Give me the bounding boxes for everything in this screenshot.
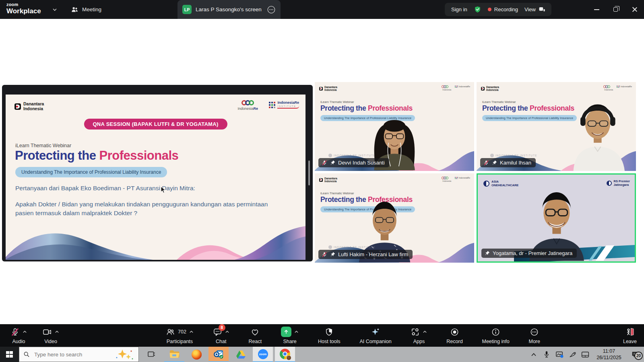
sign-in-button[interactable]: Sign in	[451, 6, 467, 12]
view-layout-icon	[539, 6, 545, 12]
tab-shared-screen-label: Laras P Sasongko's screen	[196, 6, 263, 12]
meeting-info-button[interactable]: Meeting info	[482, 327, 510, 344]
leave-door-icon	[625, 327, 635, 337]
tray-photos-icon[interactable]	[553, 347, 566, 362]
participants-chevron-icon[interactable]	[189, 330, 194, 333]
participant-name-pill: Devvi Indah Susanti	[318, 158, 389, 167]
video-tile-kamilul[interactable]: DanantaraIndonesia Indonesia IndonesiaRe…	[477, 82, 636, 171]
participants-label: Participants	[167, 339, 193, 344]
qna-session-banner: QNA SESSION (BAPAK LUTFI & DR YOGATAMA)	[84, 119, 227, 130]
shared-screen-scrollbar[interactable]	[308, 160, 310, 185]
danantara-logo: DanantaraIndonesia	[481, 86, 499, 91]
recording-label: Recording	[494, 6, 518, 12]
chat-button[interactable]: 8 Chat	[213, 327, 229, 344]
taskbar-search[interactable]	[19, 347, 139, 362]
leave-label: Leave	[623, 339, 637, 344]
participant-name-pill: Yogatama, dr - Premier Jatinegara	[481, 249, 577, 258]
chrome-button[interactable]	[275, 347, 295, 362]
indonesiare-text1: Indonesia	[237, 107, 253, 111]
clock-date: 26/11/2025	[592, 354, 626, 361]
heart-react-icon	[250, 327, 260, 337]
security-shield-icon[interactable]	[474, 6, 481, 13]
indonesiare-logo: IndonesiaRe	[237, 100, 258, 111]
record-button[interactable]: Record	[446, 327, 462, 344]
host-tools-button[interactable]: Host tools	[318, 327, 341, 344]
workspace-chevron-down-icon[interactable]	[52, 7, 57, 12]
tray-microphone-icon[interactable]	[540, 347, 553, 362]
start-button[interactable]	[0, 347, 19, 362]
record-icon	[450, 327, 459, 337]
slide-question: Pertanyaan dari Bapak Eko Boediman - PT …	[15, 184, 281, 218]
tab-meeting[interactable]: Meeting	[71, 0, 101, 19]
indonesiare-watermark: INDONESIA RE INSTITUTE	[328, 245, 376, 249]
view-button[interactable]: View	[524, 6, 545, 12]
google-drive-button[interactable]	[231, 347, 251, 362]
outlook-button[interactable]	[208, 347, 229, 362]
meeting-people-icon	[71, 6, 78, 13]
slide-title-part2: Professionals	[99, 148, 179, 162]
windows-taskbar: zoom	[0, 347, 644, 362]
audio-button[interactable]: Audio	[10, 327, 27, 344]
participant-name: Devvi Indah Susanti	[338, 160, 385, 166]
minimize-button[interactable]	[587, 0, 606, 19]
rs-premier-logo-icon	[607, 181, 612, 186]
slide-title: Protecting the Professionals	[15, 148, 178, 163]
meeting-info-label: Meeting info	[482, 339, 510, 344]
muted-mic-icon	[322, 160, 327, 166]
tray-show-hidden-icons-button[interactable]	[527, 347, 540, 362]
video-tile-lufti[interactable]: DanantaraIndonesia Indonesia IndonesiaRe…	[315, 173, 474, 263]
slide-kicker: iLearn Thematic Webinar	[15, 143, 71, 148]
recording-indicator[interactable]: Recording	[488, 6, 518, 12]
tab-shared-screen[interactable]: LP Laras P Sasongko's screen	[178, 0, 281, 19]
video-button[interactable]: Video	[42, 327, 59, 344]
question-intro: Pertanyaan dari Bapak Eko Boediman - PT …	[15, 184, 281, 193]
participant-name-pill: Lufti Hakim - Herzani Law firm	[318, 250, 413, 259]
tray-touchpad-icon[interactable]	[579, 347, 592, 362]
share-button[interactable]: Share	[281, 327, 299, 344]
tab-options-ellipsis-icon[interactable]	[267, 5, 276, 14]
apps-chevron-icon[interactable]	[423, 330, 427, 333]
action-center-button[interactable]: 20	[626, 347, 644, 362]
tray-pen-icon[interactable]	[566, 347, 579, 362]
more-button[interactable]: More	[528, 327, 540, 344]
ai-companion-label: AI Companion	[359, 339, 391, 344]
host-tools-label: Host tools	[318, 339, 341, 344]
video-tile-devvi[interactable]: DanantaraIndonesia Indonesia IndonesiaRe…	[315, 82, 474, 171]
close-button[interactable]	[625, 0, 644, 19]
ai-companion-button[interactable]: AI Companion	[359, 327, 391, 344]
danantara-logo-icon	[14, 103, 21, 110]
participants-count: 702	[178, 329, 186, 335]
share-chevron-icon[interactable]	[294, 330, 299, 333]
asia-onehealthcare-text2: ONEHEALTHCARE	[491, 184, 518, 187]
presentation-slide: Danantara Indonesia IndonesiaRe Indonesi…	[6, 95, 305, 260]
audio-options-chevron-icon[interactable]	[23, 330, 27, 333]
file-explorer-icon	[169, 350, 180, 358]
search-input[interactable]	[33, 351, 102, 358]
apps-button[interactable]: Apps	[411, 327, 427, 344]
zoom-app-button[interactable]: zoom	[253, 347, 273, 362]
video-tile-yogatama-active-speaker[interactable]: ASIA ONEHEALTHCARE RS Premier Jatinegara	[477, 173, 636, 263]
tab-initials-badge: LP	[182, 5, 192, 14]
firefox-button[interactable]	[186, 347, 206, 362]
apps-icon	[411, 327, 420, 337]
share-screen-icon	[281, 327, 291, 337]
taskbar-clock[interactable]: 11:07 26/11/2025	[592, 348, 626, 361]
search-highlights-sparkle-icon[interactable]	[115, 349, 134, 360]
zoom-meeting-window: zoom Workplace Meeting LP Laras P Sasong…	[0, 0, 644, 362]
indonesiare-logos: Indonesia IndonesiaRe	[604, 85, 632, 91]
react-button[interactable]: React	[249, 327, 262, 344]
indonesiare-rings-icon	[237, 100, 258, 105]
video-options-chevron-icon[interactable]	[55, 330, 59, 333]
task-view-button[interactable]	[142, 347, 162, 362]
zoom-app-icon: zoom	[258, 349, 268, 359]
more-ellipsis-icon	[530, 327, 539, 337]
asia-onehealthcare-logo: ASIA ONEHEALTHCARE	[483, 180, 518, 187]
restore-button[interactable]	[606, 0, 625, 19]
chat-chevron-icon[interactable]	[225, 330, 229, 333]
participants-button[interactable]: 702 Participants	[166, 327, 194, 344]
indonesiare-logos: Indonesia IndonesiaRe	[442, 177, 470, 182]
leave-button[interactable]: Leave	[623, 327, 637, 344]
institute-text2: INSTITUTE	[277, 105, 299, 109]
file-explorer-button[interactable]	[164, 347, 184, 362]
camera-icon	[42, 327, 52, 337]
